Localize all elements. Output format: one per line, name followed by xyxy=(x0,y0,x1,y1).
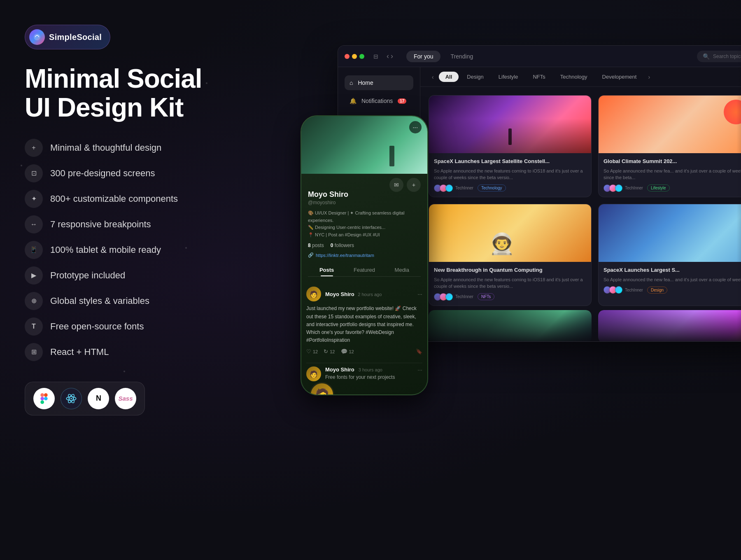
news-card-6-image xyxy=(598,310,741,341)
news-card-4-image xyxy=(599,204,741,262)
news-card-4-body: SpaceX Launches Largest S... So Apple an… xyxy=(599,262,741,299)
tech-badge-sass: Sass xyxy=(115,388,136,409)
bookmark-icon[interactable]: 🔖 xyxy=(416,348,422,355)
tab-posts[interactable]: Posts xyxy=(308,264,345,276)
post-2-avatar: 🧑 xyxy=(306,366,321,381)
cat-development[interactable]: Developement xyxy=(596,72,643,82)
news-card-3: 👨‍🚀 New Breakthrough in Quantum Computin… xyxy=(429,204,592,306)
feature-icon-components: ✦ xyxy=(25,190,43,208)
feature-text-mobile: 100% tablet & mobile ready xyxy=(50,245,161,255)
post-1-time: 2 hours ago xyxy=(358,292,382,297)
mobile-mockup: ··· 🧑 ✉ + Moyo Shiro @moyoshiro 🎨 UI/UX … xyxy=(301,115,428,395)
category-bar: ‹ All Design Lifestyle NFTs Technology D… xyxy=(420,67,741,87)
feature-icon-react: ⊞ xyxy=(25,343,43,361)
post-2-header: Moyo Shiro 3 hours ago xyxy=(325,366,395,373)
news-card-3-title: New Breakthrough in Quantum Computing xyxy=(434,267,586,274)
mobile-post-2: 🧑 Moyo Shiro 3 hours ago Free fonts for … xyxy=(301,366,427,381)
news-card-1-tag: Technology xyxy=(478,184,506,191)
search-icon: 🔍 xyxy=(703,53,710,60)
svg-rect-3 xyxy=(40,397,44,400)
nav-arrows: ‹ › xyxy=(387,52,393,61)
follow-action-button[interactable]: + xyxy=(407,178,421,192)
cat-all[interactable]: All xyxy=(439,72,459,82)
like-action[interactable]: ♡ 12 xyxy=(306,348,318,355)
message-action-button[interactable]: ✉ xyxy=(389,178,403,192)
news-card-4-tag: Design xyxy=(647,287,667,294)
main-heading: Minimal Social UI Design Kit xyxy=(25,64,239,122)
comment-icon: 💬 xyxy=(341,348,347,355)
expand-window-dot xyxy=(359,54,364,59)
feature-item: T Free open-source fonts xyxy=(25,317,239,336)
cat-technology[interactable]: Technology xyxy=(554,72,594,82)
mobile-cover-image: ··· xyxy=(301,116,427,174)
cat-lifestyle[interactable]: Lifestyle xyxy=(492,72,525,82)
notifications-badge: 17 xyxy=(398,98,406,104)
logo-badge: SimpleSocial xyxy=(25,25,110,49)
news-card-2-title: Global Climate Summit 202... xyxy=(604,158,741,165)
category-right-chevron[interactable]: › xyxy=(645,72,653,82)
left-panel: SimpleSocial Minimal Social UI Design Ki… xyxy=(25,25,239,415)
feature-icon-breakpoints: ↔ xyxy=(25,215,43,233)
news-card-2-avatars xyxy=(604,184,622,192)
feature-text-breakpoints: 7 responsive breakpoints xyxy=(50,219,151,230)
post-1-actions: ♡ 12 ↻ 12 💬 12 🔖 xyxy=(306,348,422,355)
news-card-1: SpaceX Launches Largest Satellite Conste… xyxy=(429,95,592,197)
news-card-4-avatars xyxy=(604,286,622,294)
news-card-2-body: Global Climate Summit 202... So Apple an… xyxy=(599,153,741,197)
svg-point-5 xyxy=(44,397,48,400)
svg-rect-4 xyxy=(40,400,44,404)
sidebar-item-home[interactable]: ⌂ Home xyxy=(345,75,413,90)
brand-name: SimpleSocial xyxy=(49,33,102,42)
sidebar-item-notifications[interactable]: 🔔 Notifications 17 xyxy=(345,93,413,108)
feature-icon-mobile: 📱 xyxy=(25,241,43,259)
cat-design[interactable]: Design xyxy=(460,72,490,82)
post-1-more-icon[interactable]: ··· xyxy=(417,291,422,297)
news-card-1-title: SpaceX Launches Largest Satellite Conste… xyxy=(434,158,586,165)
post-2-text: Free fonts for your next projects xyxy=(325,374,395,380)
news-card-3-excerpt: So Apple announced the new features comi… xyxy=(434,276,586,290)
desktop-content: ‹ All Design Lifestyle NFTs Technology D… xyxy=(420,67,741,341)
post-1-user-info: Moyo Shiro 2 hours ago xyxy=(325,290,382,298)
tab-for-you[interactable]: For you xyxy=(406,51,440,62)
feature-icon-screens: ⊡ xyxy=(25,164,43,182)
profile-link[interactable]: 🔗 https://linktr.ee/tranmautritam xyxy=(308,252,421,258)
feature-text-components: 800+ customizable components xyxy=(50,194,178,204)
minimize-window-dot xyxy=(352,54,357,59)
feature-icon-fonts: T xyxy=(25,317,43,336)
mobile-post-1: 🧑 Moyo Shiro 2 hours ago ··· Just launch… xyxy=(301,287,427,359)
profile-stats: 8 posts 0 followers xyxy=(308,243,421,248)
tab-featured[interactable]: Featured xyxy=(345,264,383,276)
post-2-more-icon[interactable]: ··· xyxy=(417,366,422,373)
news-grid-row3 xyxy=(420,310,741,341)
news-card-1-body: SpaceX Launches Largest Satellite Conste… xyxy=(429,153,591,197)
repost-action[interactable]: ↻ 12 xyxy=(324,348,335,355)
news-card-2-tag: Lifestyle xyxy=(647,184,670,191)
news-card-5 xyxy=(429,310,592,341)
feature-icon-minimal: + xyxy=(25,139,43,157)
forward-arrow-icon[interactable]: › xyxy=(391,52,393,61)
post-divider xyxy=(306,363,422,363)
post-options-icon[interactable]: ··· xyxy=(409,121,422,133)
category-left-chevron[interactable]: ‹ xyxy=(429,72,437,82)
news-grid: SpaceX Launches Largest Satellite Conste… xyxy=(420,87,741,314)
svg-rect-2 xyxy=(44,393,48,397)
svg-point-9 xyxy=(70,398,72,399)
comment-action[interactable]: 💬 12 xyxy=(341,348,354,355)
mini-avatar xyxy=(445,293,453,301)
close-window-dot xyxy=(345,54,350,59)
cat-nfts[interactable]: NFTs xyxy=(526,72,552,82)
posts-stat: 8 posts xyxy=(308,243,324,248)
profile-bio: 🎨 UI/UX Designer | ✦ Crafting seamless d… xyxy=(308,210,421,238)
tab-trending[interactable]: Trending xyxy=(443,51,480,62)
search-bar[interactable]: 🔍 Search topics... xyxy=(697,51,741,62)
tab-media[interactable]: Media xyxy=(383,264,421,276)
followers-stat: 0 followers xyxy=(331,243,354,248)
news-card-4: SpaceX Launches Largest S... So Apple an… xyxy=(598,204,741,306)
back-arrow-icon[interactable]: ‹ xyxy=(387,52,389,61)
news-card-3-avatars xyxy=(434,293,453,301)
mini-avatar xyxy=(615,184,622,192)
sidebar-toggle-icon[interactable]: ⊟ xyxy=(373,53,378,60)
post-1-header: 🧑 Moyo Shiro 2 hours ago ··· xyxy=(306,287,422,301)
news-card-3-image: 👨‍🚀 xyxy=(429,204,591,262)
feature-item: + Minimal & thoughtful design xyxy=(25,139,239,157)
